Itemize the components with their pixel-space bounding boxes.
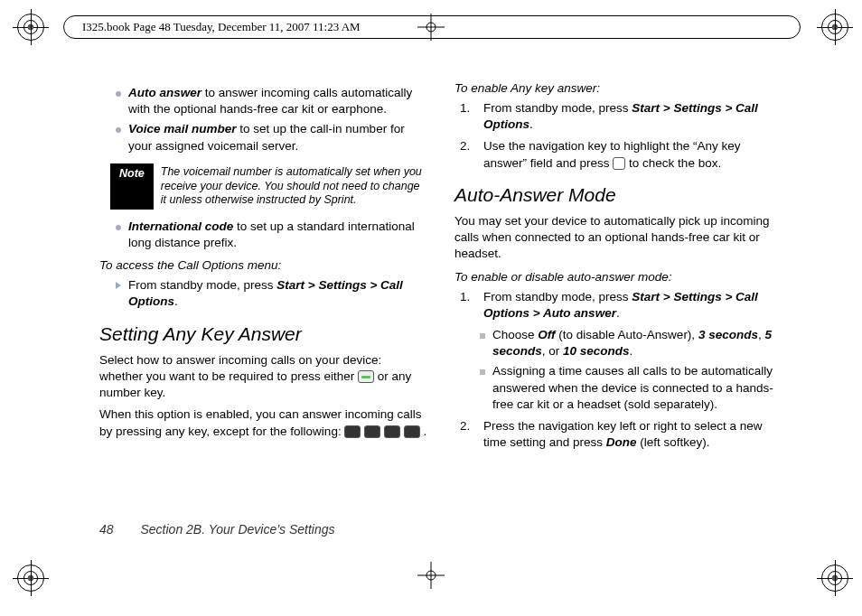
sub-bullet: Choose Off (to disable Auto-Answer), 3 s…: [454, 327, 782, 359]
page-header-slug: I325.book Page 48 Tuesday, December 11, …: [63, 15, 801, 39]
enable-any-heading: To enable Any key answer:: [454, 81, 782, 95]
term: Voice mail number: [128, 122, 237, 135]
bullet-auto-answer: Auto answer to answer incoming calls aut…: [99, 85, 427, 117]
checkbox-icon: [613, 157, 625, 170]
step-1: 1. From standby mode, press Start > Sett…: [460, 100, 782, 133]
note-label: Note: [110, 163, 154, 210]
bullet-voicemail: Voice mail number to set up the call-in …: [99, 121, 427, 154]
step-number: 1.: [460, 100, 476, 133]
talk-key-icon: [358, 370, 374, 383]
registration-mark-icon: [13, 560, 49, 596]
step-text: From standby mode, press Start > Setting…: [483, 289, 782, 322]
left-column: Auto answer to answer incoming calls aut…: [99, 81, 427, 457]
registration-mark-icon: [13, 9, 49, 45]
registration-mark-icon: [817, 9, 853, 45]
access-step: From standby mode, press Start > Setting…: [99, 277, 427, 310]
square-bullet-icon: [480, 327, 487, 359]
paragraph: Select how to answer incoming calls on y…: [99, 352, 427, 402]
heading-any-key: Setting Any Key Answer: [99, 323, 427, 345]
right-column: To enable Any key answer: 1. From standb…: [454, 81, 782, 457]
heading-auto-answer: Auto-Answer Mode: [454, 184, 782, 206]
key-icon: [384, 425, 400, 438]
auto-step-2: 2. Press the navigation key left or righ…: [460, 418, 782, 451]
slug-text: I325.book Page 48 Tuesday, December 11, …: [82, 20, 361, 34]
bullet-international: International code to set up a standard …: [99, 219, 427, 251]
access-step-text: From standby mode, press Start > Setting…: [128, 277, 427, 310]
paragraph: When this option is enabled, you can ans…: [99, 406, 427, 439]
bullet-icon: [116, 121, 123, 154]
note-body: The voicemail number is automatically se…: [154, 163, 427, 210]
registration-mark-icon: [817, 560, 853, 596]
step-text: Use the navigation key to highlight the …: [483, 138, 782, 171]
enable-auto-heading: To enable or disable auto-answer mode:: [454, 270, 782, 284]
access-heading: To access the Call Options menu:: [99, 258, 427, 272]
page-body: Auto answer to answer incoming calls aut…: [99, 81, 782, 544]
square-bullet-icon: [480, 363, 487, 413]
step-number: 2.: [460, 138, 476, 171]
section-title: Section 2B. Your Device’s Settings: [140, 522, 334, 537]
bullet-icon: [116, 85, 123, 117]
term: Auto answer: [128, 86, 201, 99]
key-icon: [404, 425, 420, 438]
crop-mark-icon: [417, 562, 445, 589]
page-footer: 48 Section 2B. Your Device’s Settings: [99, 522, 335, 537]
auto-step-1: 1. From standby mode, press Start > Sett…: [460, 289, 782, 322]
step-2: 2. Use the navigation key to highlight t…: [460, 138, 782, 171]
step-number: 2.: [460, 418, 476, 451]
bullet-text: Voice mail number to set up the call-in …: [128, 121, 427, 154]
step-text: From standby mode, press Start > Setting…: [483, 100, 782, 133]
paragraph: You may set your device to automatically…: [454, 213, 782, 263]
note-box: Note The voicemail number is automatical…: [110, 163, 427, 210]
term: International code: [128, 219, 233, 233]
bullet-text: Auto answer to answer incoming calls aut…: [128, 85, 427, 117]
bullet-icon: [116, 219, 123, 251]
key-icon: [344, 425, 361, 438]
sub-bullet-text: Assigning a time causes all calls to be …: [492, 363, 782, 413]
page-number: 48: [99, 522, 114, 537]
step-number: 1.: [460, 289, 476, 322]
sub-bullet-text: Choose Off (to disable Auto-Answer), 3 s…: [492, 327, 782, 359]
arrow-icon: [116, 277, 123, 310]
sub-bullet: Assigning a time causes all calls to be …: [454, 363, 782, 413]
bullet-text: International code to set up a standard …: [128, 219, 427, 251]
key-icon: [364, 425, 380, 438]
step-text: Press the navigation key left or right t…: [483, 418, 782, 451]
